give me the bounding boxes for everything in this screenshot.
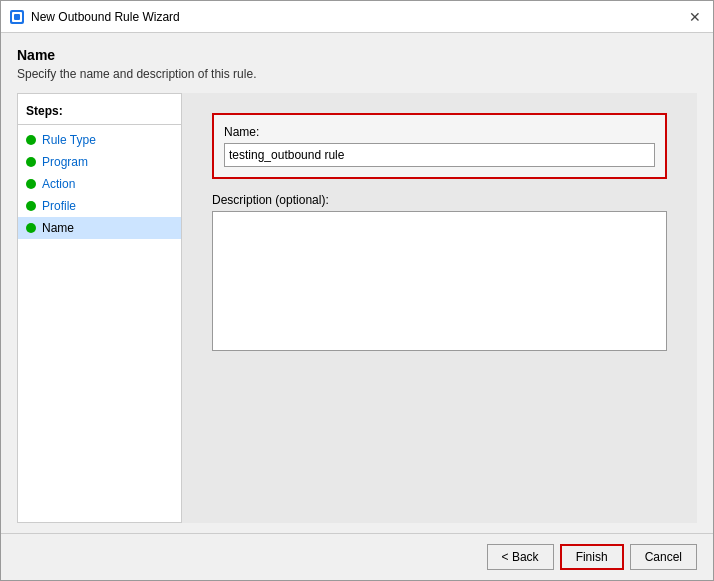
back-button[interactable]: < Back [487,544,554,570]
step-dot-profile [26,201,36,211]
window-icon [9,9,25,25]
sidebar-item-program-label: Program [42,155,88,169]
name-field-box: Name: [212,113,667,179]
sidebar-item-program[interactable]: Program [18,151,181,173]
page-title: Name [17,47,697,63]
sidebar-item-profile[interactable]: Profile [18,195,181,217]
spacer [212,354,667,513]
desc-section: Description (optional): [212,193,667,354]
steps-label: Steps: [18,102,181,125]
step-dot-rule-type [26,135,36,145]
sidebar-item-profile-label: Profile [42,199,76,213]
wizard-window: New Outbound Rule Wizard ✕ Name Specify … [0,0,714,581]
steps-sidebar: Steps: Rule Type Program Action Profile [17,93,182,523]
finish-button[interactable]: Finish [560,544,624,570]
step-dot-program [26,157,36,167]
step-dot-action [26,179,36,189]
name-label: Name: [224,125,655,139]
footer: < Back Finish Cancel [1,533,713,580]
sidebar-item-name[interactable]: Name [18,217,181,239]
content-area: Name Specify the name and description of… [1,33,713,533]
close-button[interactable]: ✕ [685,7,705,27]
form-section: Name: Description (optional): [212,113,667,354]
step-dot-name [26,223,36,233]
desc-input[interactable] [212,211,667,351]
page-subtitle: Specify the name and description of this… [17,67,697,81]
desc-label: Description (optional): [212,193,667,207]
sidebar-item-action[interactable]: Action [18,173,181,195]
window-title: New Outbound Rule Wizard [31,10,685,24]
sidebar-item-rule-type-label: Rule Type [42,133,96,147]
sidebar-item-rule-type[interactable]: Rule Type [18,129,181,151]
svg-rect-2 [14,14,20,20]
sidebar-item-action-label: Action [42,177,75,191]
right-panel: Name: Description (optional): [182,93,697,523]
title-bar: New Outbound Rule Wizard ✕ [1,1,713,33]
sidebar-item-name-label: Name [42,221,74,235]
cancel-button[interactable]: Cancel [630,544,697,570]
main-section: Steps: Rule Type Program Action Profile [17,93,697,523]
name-input[interactable] [224,143,655,167]
